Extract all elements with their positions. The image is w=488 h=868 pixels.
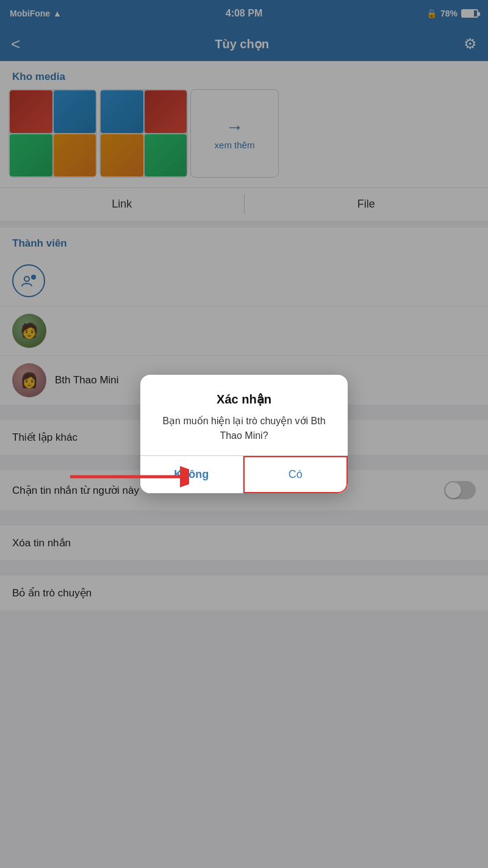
- confirm-button[interactable]: Có: [243, 456, 348, 493]
- red-arrow: [67, 461, 189, 492]
- modal-body: Xác nhận Bạn muốn hiện lại trò chuyện vớ…: [140, 375, 348, 455]
- modal-message: Bạn muốn hiện lại trò chuyện với Bth Tha…: [155, 414, 333, 443]
- modal-overlay: Xác nhận Bạn muốn hiện lại trò chuyện vớ…: [0, 0, 488, 868]
- modal-title: Xác nhận: [155, 392, 333, 407]
